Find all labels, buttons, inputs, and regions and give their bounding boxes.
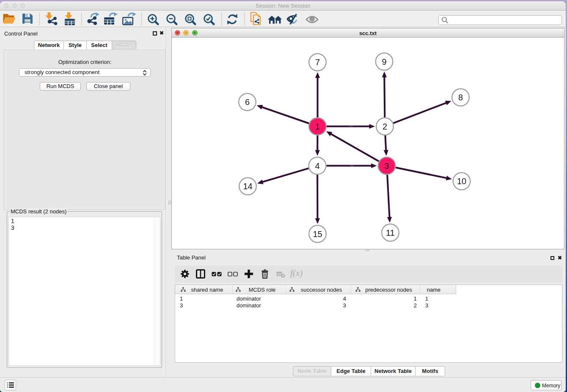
svg-text:8: 8: [458, 93, 463, 102]
svg-text:15: 15: [313, 229, 322, 238]
svg-text:1: 1: [315, 121, 320, 131]
svg-text:9: 9: [382, 57, 386, 66]
svg-text:7: 7: [315, 58, 320, 67]
svg-text:6: 6: [245, 97, 250, 107]
svg-text:14: 14: [243, 182, 252, 191]
svg-text:2: 2: [383, 121, 387, 131]
svg-text:4: 4: [315, 161, 319, 170]
svg-text:10: 10: [457, 177, 466, 186]
svg-text:11: 11: [386, 228, 395, 237]
svg-text:3: 3: [384, 161, 389, 170]
